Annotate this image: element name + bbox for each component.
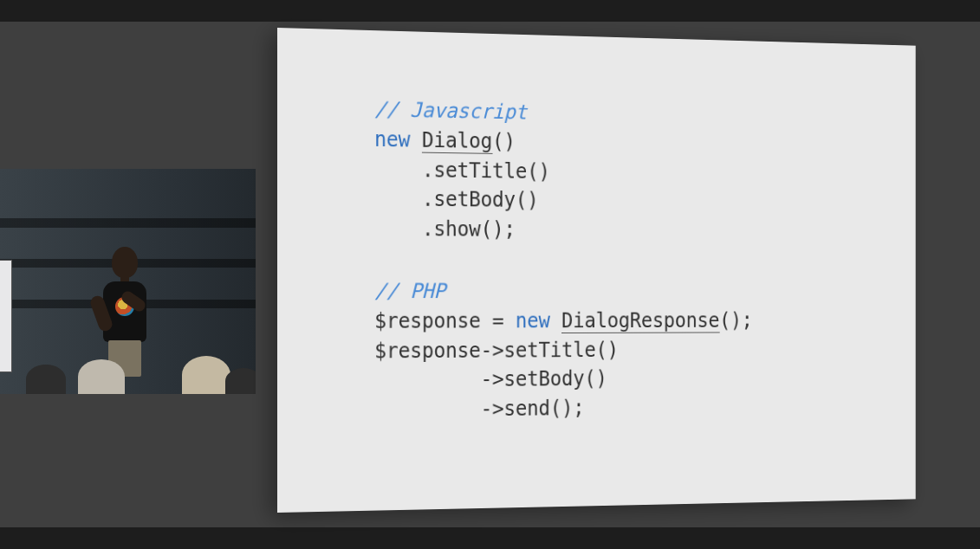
code-ctor-tail: (); (719, 309, 752, 333)
speaker-figure (100, 247, 152, 377)
code-var-response: $response (374, 309, 480, 333)
stage-screen-edge (0, 260, 12, 372)
code-block-php: // PHP $response = new DialogResponse();… (374, 276, 886, 425)
speaker-video-inset (0, 169, 256, 394)
code-op-equals: = (481, 309, 516, 333)
slide-perspective-container: // Javascript new Dialog() .setTitle() .… (277, 28, 979, 530)
audience-head (225, 368, 256, 394)
code-class-dialog: Dialog (422, 128, 492, 154)
letterbox-bottom (0, 527, 980, 549)
presentation-slide: // Javascript new Dialog() .setTitle() .… (277, 28, 916, 513)
code-parens: () (492, 129, 516, 153)
audience-head (26, 365, 66, 394)
audience-head (182, 356, 230, 394)
code-keyword-new: new (516, 309, 550, 333)
code-call-settitle: .setTitle() (422, 158, 550, 183)
letterbox-top (0, 0, 980, 22)
code-call-show: .show(); (422, 217, 516, 242)
code-call-settitle: $response->setTitle() (374, 338, 619, 363)
code-call-send: ->send(); (481, 397, 585, 422)
code-call-setbody: .setBody() (422, 187, 539, 212)
audience-head (78, 359, 125, 394)
code-block-javascript: // Javascript new Dialog() .setTitle() .… (374, 94, 886, 247)
code-comment: // Javascript (374, 97, 527, 124)
code-call-setbody: ->setBody() (481, 367, 607, 391)
slide-code-area: // Javascript new Dialog() .setTitle() .… (374, 94, 886, 458)
code-comment: // PHP (374, 279, 445, 303)
code-keyword-new: new (374, 127, 410, 152)
code-class-dialogresponse: DialogResponse (561, 309, 719, 333)
